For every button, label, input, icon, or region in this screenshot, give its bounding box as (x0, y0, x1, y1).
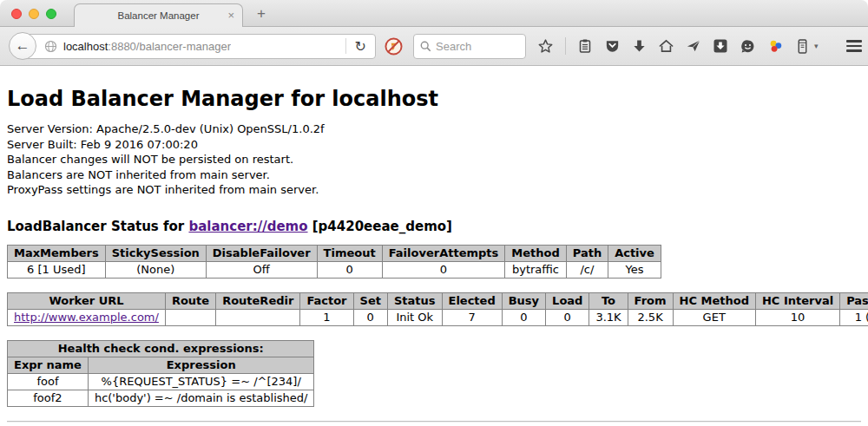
send-to-device-icon[interactable] (686, 38, 701, 54)
url-host: localhost (63, 40, 108, 53)
cell-stickysession: (None) (105, 261, 206, 278)
overflow-caret-icon[interactable]: ▾ (814, 42, 819, 50)
cell-path: /c/ (566, 261, 608, 278)
tab-title: Balancer Manager (118, 10, 200, 21)
col-header: Busy (502, 292, 545, 309)
expr-row: foof %{REQUEST_STATUS} =~ /^[234]/ (8, 373, 314, 390)
table-row: 6 [1 Used] (None) Off 0 0 bytraffic /c/ … (8, 261, 661, 278)
menu-hamburger-icon[interactable] (845, 36, 864, 56)
col-header: HC Interval (755, 292, 839, 309)
cell-set: 0 (353, 309, 387, 325)
table-header-row: Worker URL Route RouteRedir Factor Set S… (8, 292, 868, 309)
window-controls (11, 9, 56, 19)
col-header: Worker URL (8, 292, 166, 309)
cell-factor: 1 (300, 309, 353, 325)
cell-method: bytraffic (505, 261, 566, 278)
col-header: DisableFailover (206, 245, 317, 261)
search-box (413, 34, 526, 59)
cell-disablefailover: Off (206, 261, 317, 278)
status-heading-suffix: [p4420eeae_demo] (308, 219, 452, 234)
cell-active: Yes (608, 261, 661, 278)
server-info-line: Balancer changes will NOT be persisted o… (7, 152, 861, 167)
globe-icon (44, 40, 57, 53)
server-info-line: ProxyPass settings are NOT inherited fro… (7, 182, 861, 198)
col-header: Path (566, 245, 608, 261)
url-text: localhost:8880/balancer-manager (63, 40, 231, 53)
server-info-line: Server Version: Apache/2.5.0-dev (Unix) … (7, 121, 861, 137)
navigation-toolbar: ← localhost:8880/balancer-manager ↻ (0, 27, 868, 66)
new-tab-button[interactable]: + (252, 5, 271, 23)
col-header: MaxMembers (8, 245, 106, 261)
bookmark-star-icon[interactable] (537, 38, 554, 55)
url-bar[interactable]: localhost:8880/balancer-manager ↻ (22, 34, 376, 59)
health-table-title: Health check cond. expressions: (8, 340, 314, 357)
pocket-icon[interactable] (604, 38, 621, 55)
container-icon[interactable] (795, 38, 810, 55)
back-button[interactable]: ← (9, 32, 36, 60)
col-header: Status (387, 292, 442, 309)
cell-load: 0 (546, 309, 589, 325)
chat-smiley-icon[interactable] (740, 38, 756, 55)
expr-row: foof2 hc('body') =~ /domain is establish… (8, 390, 314, 406)
server-info-line: Server Built: Feb 9 2016 07:00:20 (7, 137, 861, 153)
balancer-demo-link[interactable]: balancer://demo (188, 219, 307, 234)
cell-expression: %{REQUEST_STATUS} =~ /^[234]/ (88, 373, 314, 390)
cell-expression: hc('body') =~ /domain is established/ (88, 390, 314, 406)
table-header-row: MaxMembers StickySession DisableFailover… (8, 245, 661, 261)
cell-elected: 7 (442, 309, 502, 325)
urlbar-divider (345, 38, 346, 54)
server-info-line: Balancers are NOT inherited from main se… (7, 167, 861, 183)
home-icon[interactable] (658, 38, 674, 54)
col-header: RouteRedir (216, 292, 300, 309)
save-box-icon[interactable] (713, 38, 728, 54)
cell-hc-method: GET (673, 309, 755, 325)
table-header-row: Expr name Expression (8, 357, 314, 373)
url-path: :8880/balancer-manager (108, 40, 231, 53)
worker-table: Worker URL Route RouteRedir Factor Set S… (7, 292, 868, 326)
cell-expr-name: foof (8, 373, 89, 390)
balancer-settings-table: MaxMembers StickySession DisableFailover… (7, 245, 661, 279)
col-header: Active (608, 245, 661, 261)
cell-failoverattempts: 0 (382, 261, 505, 278)
cell-status: Init Ok (387, 309, 442, 325)
col-header: FailoverAttempts (382, 245, 505, 261)
search-input[interactable] (436, 40, 519, 53)
cell-maxmembers: 6 [1 Used] (8, 261, 106, 278)
col-header: Route (165, 292, 215, 309)
reload-button[interactable]: ↻ (352, 38, 370, 55)
col-header: Expr name (8, 357, 89, 373)
page-title: Load Balancer Manager for localhost (7, 87, 861, 111)
cell-to: 3.1K (589, 309, 628, 325)
cell-route (165, 309, 215, 325)
server-info: Server Version: Apache/2.5.0-dev (Unix) … (7, 121, 861, 198)
col-header: Timeout (317, 245, 382, 261)
cell-from: 2.5K (628, 309, 673, 325)
tab-balancer-manager[interactable]: Balancer Manager × (74, 3, 243, 27)
zoom-window-button[interactable] (46, 9, 56, 19)
download-helper-icon[interactable] (767, 38, 784, 55)
table-title-row: Health check cond. expressions: (8, 340, 314, 357)
downloads-icon[interactable] (632, 38, 647, 54)
col-header: HC Method (673, 292, 755, 309)
col-header: Load (546, 292, 589, 309)
flashblock-icon[interactable] (385, 37, 403, 56)
loadbalancer-status-heading: LoadBalancer Status for balancer://demo … (7, 219, 861, 234)
reading-list-icon[interactable] (577, 38, 593, 54)
page-content: Load Balancer Manager for localhost Serv… (0, 66, 868, 425)
col-header: StickySession (105, 245, 206, 261)
search-icon (420, 41, 431, 52)
worker-url-link[interactable]: http://www.example.com/ (14, 311, 159, 324)
col-header: Set (353, 292, 387, 309)
toolbar-icons: ▾ (537, 37, 819, 55)
col-header: To (589, 292, 628, 309)
col-header: Method (505, 245, 566, 261)
cell-timeout: 0 (317, 261, 382, 278)
browser-window: Balancer Manager × + ← localhost:8880/ba… (0, 0, 868, 426)
health-check-table: Health check cond. expressions: Expr nam… (7, 340, 314, 407)
col-header: Factor (300, 292, 353, 309)
close-window-button[interactable] (11, 9, 22, 19)
tab-bar: Balancer Manager × + (0, 0, 868, 27)
cell-busy: 0 (502, 309, 545, 325)
tab-close-icon[interactable]: × (227, 10, 234, 21)
minimize-window-button[interactable] (29, 9, 39, 19)
